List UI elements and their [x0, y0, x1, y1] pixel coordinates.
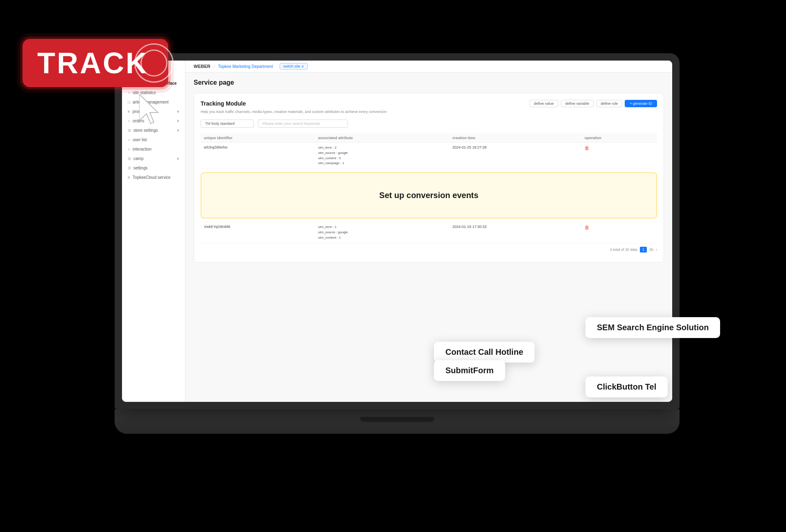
- row1-id: w53rqZi89vhiv: [201, 143, 315, 169]
- sidebar-item-topkee-cloud[interactable]: ≡ TopkeeCloud service: [122, 173, 185, 182]
- article-icon: □: [128, 100, 130, 104]
- topbar-breadcrumb[interactable]: Topkee Marketing Department: [218, 64, 273, 69]
- table-row: w53rqZi89vhiv utm_term : 2 utm_source : …: [201, 143, 657, 169]
- settings-icon: ⊙: [128, 166, 131, 170]
- screen-ui: WEBER ⊙ Management interface ○ site stat…: [122, 61, 672, 402]
- laptop-screen: WEBER ⊙ Management interface ○ site stat…: [122, 61, 672, 402]
- camp-icon: ⊙: [128, 156, 131, 161]
- track-badge-text: TRACK: [37, 47, 149, 79]
- sidebar-label-camp: camp: [133, 156, 143, 161]
- col-associated-attr: associated attribute: [315, 133, 449, 143]
- topkee-cloud-icon: ≡: [128, 175, 130, 180]
- row2-operation: 🗑: [581, 222, 657, 243]
- store-settings-arrow-icon: ∨: [177, 128, 179, 132]
- table-row: XwkEYqO8n86k utm_term : 1 utm_source : g…: [201, 222, 657, 243]
- tracking-desc: Help you track traffic channels, media t…: [201, 110, 657, 114]
- sidebar-label-interaction: interaction: [133, 147, 151, 151]
- cursor-arrow-icon: [139, 94, 164, 127]
- svg-marker-0: [139, 94, 158, 124]
- row2-time: 2024-01-19 17:30:33: [449, 222, 581, 243]
- user-list-icon: ○: [128, 138, 130, 142]
- main-content: WEBER / Topkee Marketing Department swit…: [185, 61, 672, 402]
- define-variable-button[interactable]: define variable: [561, 100, 594, 107]
- filter-search-input[interactable]: Please enter your search keywords: [258, 119, 348, 128]
- row1-operation: 🗑: [581, 143, 657, 169]
- callout-contact-hotline: Contact Call Hotline: [434, 342, 535, 363]
- define-rule-button[interactable]: define rule: [596, 100, 622, 107]
- page-title: Service page: [194, 79, 664, 86]
- sidebar-item-user-list[interactable]: ○ user list: [122, 135, 185, 144]
- track-ripple-icon: [136, 45, 172, 81]
- topbar: WEBER / Topkee Marketing Department swit…: [185, 61, 672, 72]
- pagination: A total of 30 data 1 30 ›: [201, 243, 657, 256]
- laptop-notch: [360, 417, 434, 422]
- sidebar-label-settings: settings: [133, 166, 147, 170]
- laptop-base: [115, 409, 680, 434]
- conversion-events-text: Set up conversion events: [379, 191, 478, 200]
- tracking-table: unique identifier associated attribute c…: [201, 133, 657, 243]
- delete-icon[interactable]: 🗑: [585, 145, 590, 151]
- topbar-switch-site[interactable]: switch site ∨: [280, 63, 308, 70]
- pagination-current-page[interactable]: 1: [640, 247, 647, 252]
- sidebar-label-store-settings: store settings: [133, 128, 158, 133]
- col-unique-id: unique identifier: [201, 133, 315, 143]
- tracking-header: Tracking Module define value define vari…: [201, 100, 657, 107]
- row2-attributes: utm_term : 1 utm_source : google utm_con…: [315, 222, 449, 243]
- orders-arrow-icon: ∨: [177, 119, 179, 123]
- row2-id: XwkEYqO8n86k: [201, 222, 315, 243]
- filter-dropdown[interactable]: TM fooly standard: [201, 119, 254, 128]
- generate-id-button[interactable]: + generate ID: [625, 100, 657, 107]
- pagination-next-icon[interactable]: ›: [656, 248, 657, 252]
- row1-time: 2024-01-25 18:27:28: [449, 143, 581, 169]
- sidebar-item-settings[interactable]: ⊙ settings: [122, 163, 185, 173]
- delete-icon[interactable]: 🗑: [585, 225, 590, 230]
- row1-attributes: utm_term : 2 utm_source : google utm_con…: [315, 143, 449, 169]
- col-creation-time: creation time: [449, 133, 581, 143]
- callout-sem: SEM Search Engine Solution: [585, 317, 720, 338]
- camp-arrow-icon: ∨: [177, 157, 179, 160]
- page-content: Service page Tracking Module define valu…: [185, 72, 672, 402]
- pagination-total: A total of 30 data: [610, 248, 637, 252]
- track-badge[interactable]: TRACK: [23, 39, 168, 87]
- tracking-module-card: Tracking Module define value define vari…: [194, 93, 664, 263]
- callout-submitform-text: SubmitForm: [445, 366, 494, 375]
- interaction-icon: ○: [128, 147, 130, 151]
- define-value-button[interactable]: define value: [529, 100, 558, 107]
- callout-contact-text: Contact Call Hotline: [445, 347, 523, 356]
- pagination-size[interactable]: 30: [649, 248, 653, 252]
- tracking-module-title: Tracking Module: [201, 100, 246, 107]
- orders-icon: ○: [128, 119, 130, 123]
- conversion-row: Set up conversion events: [201, 169, 657, 222]
- sidebar-label-user-list: user list: [133, 138, 147, 142]
- callout-submitform: SubmitForm: [434, 360, 505, 381]
- topbar-brand: WEBER: [194, 64, 210, 69]
- sidebar-item-store-settings[interactable]: ⊙ store settings ∨: [122, 126, 185, 135]
- sidebar-label-topkee-cloud: TopkeeCloud service: [133, 175, 171, 180]
- laptop-device: WEBER ⊙ Management interface ○ site stat…: [115, 53, 680, 471]
- sidebar-item-interaction[interactable]: ○ interaction: [122, 144, 185, 154]
- store-settings-icon: ⊙: [128, 128, 131, 133]
- callout-clickbutton: ClickButton Tel: [585, 376, 668, 397]
- products-arrow-icon: ∨: [177, 110, 179, 113]
- filters-row: TM fooly standard Please enter your sear…: [201, 119, 657, 128]
- statistics-icon: ○: [128, 90, 130, 95]
- sidebar-item-camp[interactable]: ⊙ camp ∨: [122, 154, 185, 163]
- tracking-actions: define value define variable define rule…: [529, 100, 657, 107]
- laptop-lid: WEBER ⊙ Management interface ○ site stat…: [115, 53, 680, 409]
- callout-clickbutton-text: ClickButton Tel: [597, 382, 656, 391]
- callout-sem-text: SEM Search Engine Solution: [597, 323, 709, 332]
- products-icon: ≡: [128, 109, 130, 114]
- col-operation: operation: [581, 133, 657, 143]
